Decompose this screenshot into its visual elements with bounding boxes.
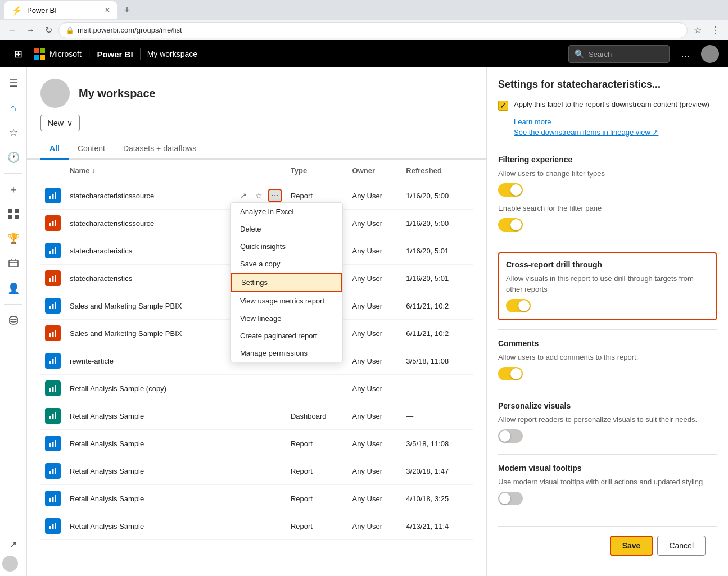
svg-rect-44 <box>52 497 54 502</box>
more-options-button[interactable]: ⋯ <box>268 437 282 450</box>
share-icon[interactable]: ↗ <box>237 519 250 533</box>
row-name-cell: Retail Analysis Sample <box>65 512 232 540</box>
context-menu-item[interactable]: Quick insights <box>231 238 342 255</box>
context-menu-item[interactable]: Analyze in Excel <box>231 203 342 220</box>
col-refreshed[interactable]: Refreshed <box>401 160 473 182</box>
star-icon[interactable]: ☆ <box>252 189 266 202</box>
avatar[interactable] <box>701 45 719 63</box>
row-type-cell: Report <box>286 430 348 457</box>
new-tab-button[interactable]: + <box>119 2 135 18</box>
save-button[interactable]: Save <box>610 536 653 556</box>
header-more-button[interactable]: ... <box>676 45 694 63</box>
share-icon[interactable]: ↗ <box>237 382 250 395</box>
tab-content[interactable]: Content <box>69 138 114 160</box>
toggle-filter-search[interactable] <box>498 218 523 232</box>
row-refreshed-cell: 1/16/20, 5:01 <box>401 237 473 265</box>
item-icon <box>45 408 61 424</box>
bookmark-button[interactable]: ☆ <box>690 22 706 38</box>
toggle-comments[interactable] <box>498 367 523 380</box>
toggle-row-comments <box>498 367 717 380</box>
divider-3 <box>498 329 717 330</box>
sidebar-item-apps[interactable] <box>2 203 25 225</box>
more-options-button[interactable]: ⋯ <box>268 189 282 202</box>
share-icon[interactable]: ↗ <box>237 189 250 202</box>
browser-more-button[interactable]: ⋮ <box>708 22 724 38</box>
star-icon[interactable]: ☆ <box>252 519 266 533</box>
refresh-button[interactable]: ↻ <box>40 22 56 38</box>
more-options-button[interactable]: ⋯ <box>268 519 282 533</box>
row-type-cell: Report <box>286 485 348 512</box>
cross-report-desc: Allow visuals in this report to use dril… <box>506 274 709 294</box>
star-icon[interactable]: ☆ <box>252 492 266 505</box>
share-icon[interactable]: ↗ <box>237 464 250 478</box>
new-button[interactable]: New ∨ <box>40 115 80 131</box>
cancel-button[interactable]: Cancel <box>657 536 706 556</box>
more-options-button[interactable]: ⋯ <box>268 382 282 395</box>
sidebar-item-workspaces[interactable] <box>2 252 25 275</box>
new-button-chevron: ∨ <box>67 119 73 128</box>
row-owner-cell: Any User <box>348 402 402 430</box>
more-options-button[interactable]: ⋯ <box>268 492 282 505</box>
sidebar-item-menu[interactable]: ☰ <box>2 72 25 94</box>
sidebar-item-datasets[interactable] <box>2 309 25 332</box>
toggle-filter-types[interactable] <box>498 183 523 197</box>
share-icon[interactable]: ↗ <box>237 409 250 423</box>
sidebar-item-recent[interactable]: 🕐 <box>2 146 25 169</box>
context-menu-item[interactable]: Create paginated report <box>231 327 342 344</box>
checkbox-row: ✓ Apply this label to the report's downs… <box>498 99 717 111</box>
more-options-button[interactable]: ⋯ <box>268 464 282 478</box>
settings-title: Settings for statecharacteristics... <box>498 79 717 90</box>
browser-tab[interactable]: ⚡ Power BI ✕ <box>4 1 117 19</box>
toggle-cross-report[interactable] <box>506 299 531 312</box>
col-type[interactable]: Type <box>286 160 348 182</box>
col-name[interactable]: Name ↓ <box>65 160 232 182</box>
context-menu-item[interactable]: Save a copy <box>231 255 342 273</box>
waffle-icon[interactable]: ⊞ <box>9 45 27 63</box>
item-icon <box>45 325 61 341</box>
row-type-cell: Report <box>286 457 348 485</box>
col-owner[interactable]: Owner <box>348 160 402 182</box>
toggle-personalize[interactable] <box>498 429 523 443</box>
star-icon[interactable]: ☆ <box>252 464 266 478</box>
forward-button[interactable]: → <box>22 22 38 38</box>
sidebar-item-home[interactable]: ⌂ <box>2 97 25 119</box>
search-box[interactable]: 🔍 Search <box>568 45 670 63</box>
share-icon[interactable]: ↗ <box>237 492 250 505</box>
context-menu-item[interactable]: Settings <box>231 273 342 292</box>
svg-rect-47 <box>52 524 54 529</box>
svg-rect-32 <box>52 387 54 392</box>
context-menu-item[interactable]: View usage metrics report <box>231 292 342 310</box>
back-button[interactable]: ← <box>4 22 20 38</box>
star-icon[interactable]: ★ <box>252 409 266 423</box>
sort-icon: ↓ <box>92 167 95 175</box>
toggle-row-filter-types <box>498 183 717 197</box>
tab-datasets[interactable]: Datasets + dataflows <box>114 138 205 160</box>
context-menu-item[interactable]: Manage permissions <box>231 344 342 362</box>
sidebar-item-metrics[interactable]: 🏆 <box>2 228 25 250</box>
sidebar-item-create[interactable]: ＋ <box>2 178 25 201</box>
tab-all[interactable]: All <box>40 138 69 160</box>
toggle-thumb-4 <box>510 368 522 379</box>
share-icon[interactable]: ↗ <box>237 437 250 450</box>
lineage-link[interactable]: See the downstream items in lineage view… <box>514 128 717 137</box>
svg-rect-2 <box>34 55 39 60</box>
sidebar-item-people[interactable]: 👤 <box>2 277 25 300</box>
sidebar-item-avatar[interactable] <box>2 556 18 572</box>
row-owner-cell: Any User <box>348 485 402 512</box>
sidebar-item-learn[interactable]: ↗ <box>2 533 25 556</box>
tab-close-button[interactable]: ✕ <box>105 6 110 14</box>
address-bar[interactable]: 🔒 msit.powerbi.com/groups/me/list <box>58 22 688 38</box>
checkbox-apply-label[interactable]: ✓ <box>498 101 508 111</box>
more-options-button[interactable]: ⋯ <box>268 409 282 423</box>
toggle-tooltips[interactable] <box>498 492 523 505</box>
context-menu-item[interactable]: Delete <box>231 220 342 238</box>
context-menu-item[interactable]: View lineage <box>231 310 342 327</box>
svg-rect-18 <box>55 247 56 254</box>
star-icon[interactable]: ☆ <box>252 437 266 450</box>
row-owner-cell: Any User <box>348 182 402 210</box>
sidebar-item-favorites[interactable]: ☆ <box>2 121 25 144</box>
svg-rect-37 <box>49 443 51 447</box>
learn-more-link[interactable]: Learn more <box>514 117 717 126</box>
star-icon[interactable]: ☆ <box>252 382 266 395</box>
row-icon-cell <box>40 375 65 402</box>
